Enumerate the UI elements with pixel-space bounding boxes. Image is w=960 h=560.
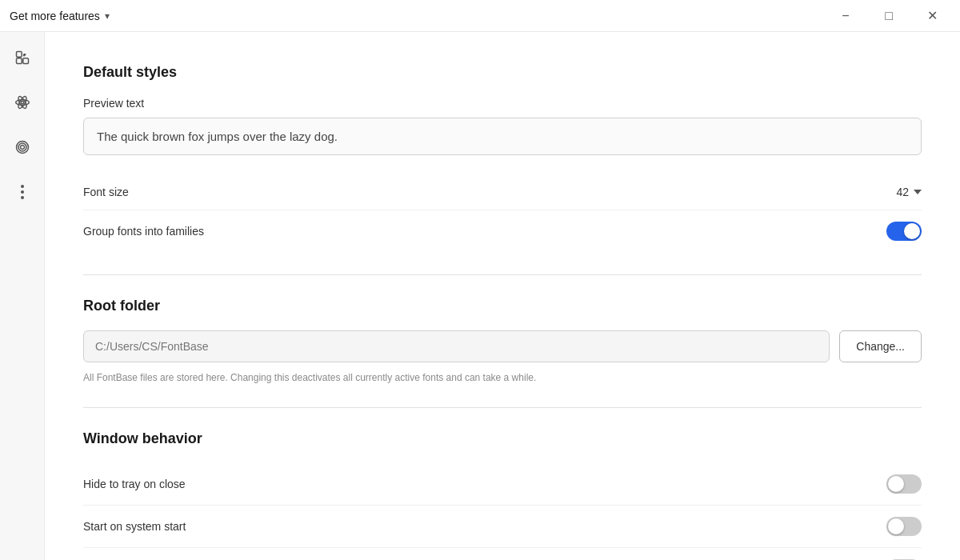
sidebar-item-settings[interactable]: [10, 90, 35, 115]
svg-point-7: [20, 146, 24, 150]
group-fonts-label: Group fonts into families: [83, 225, 204, 238]
content-area: Default styles Preview text The quick br…: [45, 32, 960, 560]
svg-point-3: [21, 101, 23, 103]
title-chevron-icon[interactable]: ▾: [105, 10, 110, 22]
start-system-toggle[interactable]: [886, 517, 922, 536]
extensions-icon: [14, 50, 30, 66]
titlebar-left: Get more features ▾: [10, 10, 110, 22]
toggle-track: [886, 222, 922, 241]
sidebar-item-feed[interactable]: [10, 134, 35, 160]
start-system-row: Start on system start: [83, 506, 922, 548]
close-button[interactable]: ✕: [914, 3, 950, 29]
window-behavior-title: Window behavior: [83, 430, 922, 447]
hide-tray-label: Hide to tray on close: [83, 478, 186, 490]
toggle-track: [886, 517, 922, 536]
feed-icon: [14, 139, 30, 155]
app-title: Get more features: [10, 10, 100, 22]
sidebar-more-button[interactable]: [10, 179, 35, 205]
font-size-control[interactable]: 42: [896, 186, 922, 198]
svg-rect-2: [22, 58, 28, 64]
group-fonts-row: Group fonts into families: [83, 210, 922, 252]
toggle-thumb: [888, 518, 904, 534]
section-divider-1: [83, 274, 922, 275]
dot-icon: [21, 190, 24, 194]
dot-icon: [21, 185, 24, 188]
change-button[interactable]: Change...: [839, 330, 922, 362]
minimize-button[interactable]: −: [827, 3, 864, 29]
dot-icon: [21, 196, 24, 199]
maximize-button[interactable]: □: [870, 3, 907, 29]
sidebar-item-extensions[interactable]: [10, 45, 35, 70]
svg-rect-1: [16, 58, 22, 64]
atom-icon: [14, 94, 30, 110]
toggle-thumb: [904, 223, 920, 239]
font-size-row: Font size 42: [83, 174, 922, 210]
font-size-label: Font size: [83, 186, 129, 198]
svg-rect-0: [16, 52, 22, 58]
root-folder-title: Root folder: [83, 298, 922, 314]
path-input[interactable]: [83, 330, 830, 362]
font-size-value: 42: [896, 186, 909, 198]
sidebar: [0, 32, 45, 560]
preview-text-label: Preview text: [83, 97, 922, 110]
folder-note: All FontBase files are stored here. Chan…: [83, 370, 922, 385]
section-divider-2: [83, 407, 922, 408]
group-fonts-toggle[interactable]: [886, 222, 922, 241]
toggle-thumb: [888, 476, 904, 492]
preview-text-display: The quick brown fox jumps over the lazy …: [83, 118, 922, 155]
main-layout: Default styles Preview text The quick br…: [0, 32, 960, 560]
hide-tray-toggle[interactable]: [886, 474, 922, 494]
window-controls: − □ ✕: [827, 3, 950, 29]
default-styles-title: Default styles: [83, 64, 922, 81]
window-behavior-section: Window behavior Hide to tray on close St…: [83, 430, 922, 560]
default-styles-section: Default styles Preview text The quick br…: [83, 64, 922, 252]
root-folder-section: Root folder Change... All FontBase files…: [83, 298, 922, 385]
start-system-label: Start on system start: [83, 520, 186, 533]
start-hidden-row: Start hidden: [83, 548, 922, 560]
hide-tray-row: Hide to tray on close: [83, 463, 922, 506]
toggle-track: [886, 474, 922, 494]
root-folder-row: Change...: [83, 330, 922, 362]
font-size-chevron-icon: [914, 190, 922, 194]
titlebar: Get more features ▾ − □ ✕: [0, 0, 960, 32]
